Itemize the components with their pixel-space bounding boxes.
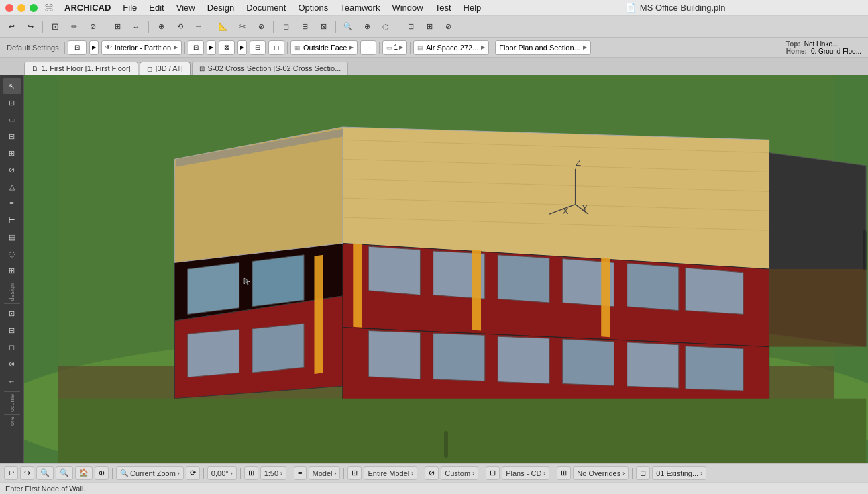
thickness-dropdown[interactable]: ▭ 1 ▶	[382, 40, 407, 55]
model-btn[interactable]: Model ›	[309, 466, 341, 480]
scroll-handle[interactable]	[863, 230, 867, 270]
menu-archicad[interactable]: ARCHICAD	[59, 1, 116, 14]
roof-tool[interactable]: △	[3, 179, 21, 195]
close-button[interactable]	[5, 4, 13, 12]
menu-document[interactable]: Document	[241, 1, 291, 14]
menu-help[interactable]: Help	[458, 1, 487, 14]
minimize-button[interactable]	[17, 4, 25, 12]
angle-btn[interactable]: 0,00° ›	[207, 466, 237, 480]
stretch-tool[interactable]: ⊞	[109, 19, 126, 35]
shell-tool[interactable]: ◌	[3, 246, 21, 262]
mirror-tool[interactable]: ⊣	[190, 19, 207, 35]
menu-edit[interactable]: Edit	[144, 1, 169, 14]
menu-file[interactable]: File	[117, 1, 142, 14]
viewport[interactable]: Z X Y	[24, 75, 868, 463]
more-tools3[interactable]: ⊘	[439, 19, 457, 35]
snap-guide[interactable]: ⊟	[296, 19, 313, 35]
wall-type-dropdown[interactable]: 👁 Interior - Partition ▶	[101, 40, 182, 55]
entire-model-icon-btn[interactable]: ⊡	[347, 466, 362, 480]
tab-first-floor[interactable]: 🗋 1. First Floor [1. First Floor]	[24, 62, 138, 75]
existing-icon-btn[interactable]: ◻	[636, 466, 650, 480]
menu-teamwork[interactable]: Teamwork	[335, 1, 385, 14]
menu-options[interactable]: Options	[292, 1, 333, 14]
stair-tool[interactable]: ≡	[3, 195, 21, 211]
entire-model-btn[interactable]: Entire Model ›	[364, 466, 417, 480]
tab3-icon: ⊡	[199, 65, 205, 72]
filter-icon-btn[interactable]: ⊘	[425, 466, 439, 480]
wall-shape-btn[interactable]: ⊡	[68, 40, 87, 55]
slab-tool[interactable]: ⊟	[3, 128, 21, 144]
st-sep-3	[240, 468, 241, 479]
dim-tool[interactable]: ↔	[3, 373, 21, 389]
column-tool[interactable]: ⊘	[3, 162, 21, 178]
wall-ref1-arrow[interactable]: ▶	[207, 40, 216, 55]
mesh-tool[interactable]: ⊞	[3, 262, 21, 279]
rectangle-tool[interactable]: ⊡	[3, 95, 21, 111]
toolbar-sep-5	[273, 21, 274, 33]
zoom-label-btn[interactable]: 🔍 Current Zoom ›	[116, 466, 184, 480]
view-dropdown[interactable]: Floor Plan and Section... ▶	[495, 40, 590, 55]
fit-btn[interactable]: 🏠	[75, 466, 93, 480]
custom-btn[interactable]: Custom ›	[441, 466, 478, 480]
find-btn[interactable]: 🔍	[339, 19, 357, 35]
move-tool[interactable]: ⊕	[152, 19, 170, 35]
measure-tool[interactable]: 📐	[215, 19, 232, 35]
more-tools[interactable]: ⊡	[402, 19, 419, 35]
menu-design[interactable]: Design	[202, 1, 239, 14]
tag-btn[interactable]: ◌	[377, 19, 394, 35]
scale-btn[interactable]: 1:50 ›	[260, 466, 286, 480]
menu-view[interactable]: View	[171, 1, 201, 14]
maximize-button[interactable]	[30, 4, 38, 12]
redo-button[interactable]: ↪	[21, 19, 39, 35]
zoom-out-btn[interactable]: 🔍	[36, 466, 54, 480]
tab-3d[interactable]: ◻ [3D / All]	[140, 62, 191, 75]
angle-value: 0,00°	[211, 469, 229, 477]
tab-cross-section[interactable]: ⊡ S-02 Cross Section [S-02 Cross Sectio.…	[192, 62, 349, 75]
surface-dropdown[interactable]: ▦ Outside Face ▶	[290, 40, 358, 55]
existing-btn[interactable]: 01 Existing... ›	[652, 466, 706, 480]
beam-tool[interactable]: ⊞	[3, 145, 21, 161]
arrow-tool[interactable]: ↖	[3, 78, 21, 94]
nav-forward[interactable]: ↪	[20, 466, 34, 480]
undo-button[interactable]: ↩	[3, 19, 20, 35]
no-overrides-btn[interactable]: No Overrides ›	[573, 466, 629, 480]
railing-tool[interactable]: ⊢	[3, 212, 21, 228]
more-tools2[interactable]: ⊞	[421, 19, 438, 35]
surface-transfer[interactable]: →	[360, 40, 376, 55]
wall-tool[interactable]: ▭	[3, 111, 21, 128]
curtain-tool[interactable]: ▤	[3, 229, 21, 245]
trim-tool[interactable]: ✂	[233, 19, 251, 35]
object-tool[interactable]: ◻	[3, 340, 21, 356]
zoom-fit2[interactable]: ⊕	[95, 466, 109, 480]
wall-ref2[interactable]: ⊠	[219, 40, 235, 55]
door-tool[interactable]: ⊡	[3, 306, 21, 322]
scroll-handle-bottom[interactable]	[444, 431, 448, 458]
wall-ref4[interactable]: ◻	[268, 40, 284, 55]
air-space-dropdown[interactable]: ▤ Air Space 272... ▶	[413, 40, 489, 55]
wall-ref3[interactable]: ⊟	[250, 40, 266, 55]
nav-back[interactable]: ↩	[4, 466, 18, 480]
cycle-btn[interactable]: ⟳	[186, 466, 200, 480]
wall-shape-arrow[interactable]: ▶	[89, 40, 99, 55]
info-btn[interactable]: ⊕	[358, 19, 376, 35]
window-tool[interactable]: ⊟	[3, 323, 21, 339]
plans-btn[interactable]: Plans - CD ›	[502, 466, 549, 480]
snap-btn3[interactable]: ⊠	[315, 19, 332, 35]
wall-ref1[interactable]: ⊡	[188, 40, 204, 55]
layer-icon-btn[interactable]: ≡	[294, 466, 306, 480]
snap-tool[interactable]: ◻	[277, 19, 294, 35]
rotate-tool[interactable]: ⟲	[171, 19, 188, 35]
lamp-tool[interactable]: ⊗	[3, 356, 21, 373]
magic-wand[interactable]: ⊘	[84, 19, 101, 35]
menu-test[interactable]: Test	[430, 1, 457, 14]
wall-ref2-arrow[interactable]: ▶	[237, 40, 247, 55]
menu-window[interactable]: Window	[386, 1, 428, 14]
nudge-tool[interactable]: ↔	[127, 19, 145, 35]
split-tool[interactable]: ⊗	[252, 19, 270, 35]
plans-icon-btn[interactable]: ⊟	[486, 466, 500, 480]
scale-icon-btn[interactable]: ⊞	[244, 466, 258, 480]
zoom-in-btn[interactable]: 🔍	[56, 466, 73, 480]
select-tool[interactable]: ⊡	[46, 19, 64, 35]
pen-tool[interactable]: ✏	[65, 19, 83, 35]
override-icon-btn[interactable]: ⊞	[557, 466, 571, 480]
